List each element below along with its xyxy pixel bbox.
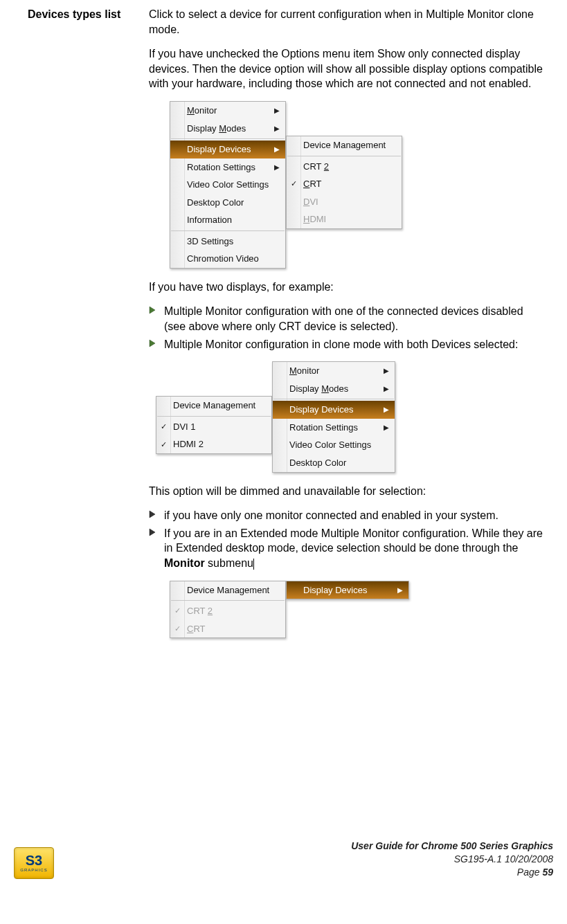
check-icon: ✓ <box>174 606 181 616</box>
bullet-arrow-icon <box>149 337 164 347</box>
page-footer: S3 GRAPHICS User Guide for Chrome 500 Se… <box>0 834 567 886</box>
bullet-text: Multiple Monitor configuration in clone … <box>164 337 546 352</box>
svg-marker-0 <box>150 307 155 314</box>
svg-marker-3 <box>150 529 155 536</box>
s3-logo: S3 GRAPHICS <box>14 847 54 879</box>
menu-item[interactable]: Device Management <box>156 397 271 415</box>
menu-item-display-devices[interactable]: Display Devices▶ <box>273 401 395 419</box>
menu-item[interactable]: Display Modes▶ <box>273 380 395 398</box>
menu-item[interactable]: ✓CRT <box>287 175 402 193</box>
menu-item[interactable]: 3D Settings <box>170 233 285 251</box>
paragraph-3: If you have two displays, for example: <box>149 280 546 295</box>
bullet-text: Multiple Monitor configuration with one … <box>164 304 546 334</box>
figure-clone-mode-submenu: Device Management ✓DVI 1 ✓HDMI 2 Monitor… <box>156 361 546 472</box>
menu-item[interactable]: Device Management <box>170 581 285 599</box>
menu-item[interactable]: Monitor▶ <box>170 102 285 120</box>
menu-item[interactable]: Rotation Settings▶ <box>273 419 395 437</box>
figure-dimmed-submenu: Device Management ✓CRT 2 ✓CRT Display De… <box>170 581 546 639</box>
menu-item[interactable]: Chromotion Video <box>170 250 285 268</box>
menu-item[interactable]: ✓DVI 1 <box>156 418 271 436</box>
figure-display-devices-submenu: Monitor▶ Display Modes▶ Display Devices▶… <box>170 101 546 269</box>
paragraph-4: This option will be dimmed and unavailab… <box>149 484 546 499</box>
menu-item[interactable]: Device Management <box>287 136 402 154</box>
menu-item: DVI <box>287 193 402 211</box>
bullet-text: if you have only one monitor connected a… <box>164 508 546 523</box>
section-heading: Devices types list <box>28 7 149 22</box>
menu-item: HDMI <box>287 210 402 228</box>
menu-item[interactable]: Display Modes▶ <box>170 120 285 138</box>
bullet-text: If you are in an Extended mode Multiple … <box>164 526 546 571</box>
menu-item[interactable]: CRT 2 <box>287 158 402 176</box>
menu-item[interactable]: Video Color Settings <box>170 176 285 194</box>
paragraph-1: Click to select a device for current con… <box>149 7 546 37</box>
paragraph-2: If you have unchecked the Options menu i… <box>149 46 546 91</box>
footer-page: Page 59 <box>351 866 553 879</box>
svg-marker-2 <box>150 511 155 518</box>
footer-docinfo: SG195-A.1 10/20/2008 <box>351 853 553 866</box>
check-icon: ✓ <box>174 624 181 634</box>
menu-item[interactable]: Video Color Settings <box>273 436 395 454</box>
menu-item[interactable]: Desktop Color <box>273 454 395 472</box>
check-icon: ✓ <box>291 179 297 189</box>
footer-title: User Guide for Chrome 500 Series Graphic… <box>351 840 553 853</box>
bullet-arrow-icon <box>149 508 164 518</box>
menu-item-display-devices[interactable]: Display Devices▶ <box>170 141 285 158</box>
menu-item[interactable]: Monitor▶ <box>273 362 395 380</box>
menu-item: ✓CRT <box>170 620 285 638</box>
menu-item: ✓CRT 2 <box>170 602 285 620</box>
menu-item-display-devices[interactable]: Display Devices▶ <box>287 581 408 599</box>
bullet-arrow-icon <box>149 304 164 314</box>
check-icon: ✓ <box>161 422 167 432</box>
svg-marker-1 <box>150 340 155 347</box>
check-icon: ✓ <box>161 440 167 450</box>
menu-item[interactable]: Desktop Color <box>170 194 285 212</box>
menu-item[interactable]: ✓HDMI 2 <box>156 435 271 453</box>
menu-item[interactable]: Rotation Settings▶ <box>170 158 285 176</box>
bullet-arrow-icon <box>149 526 164 536</box>
menu-item[interactable]: Information <box>170 211 285 229</box>
